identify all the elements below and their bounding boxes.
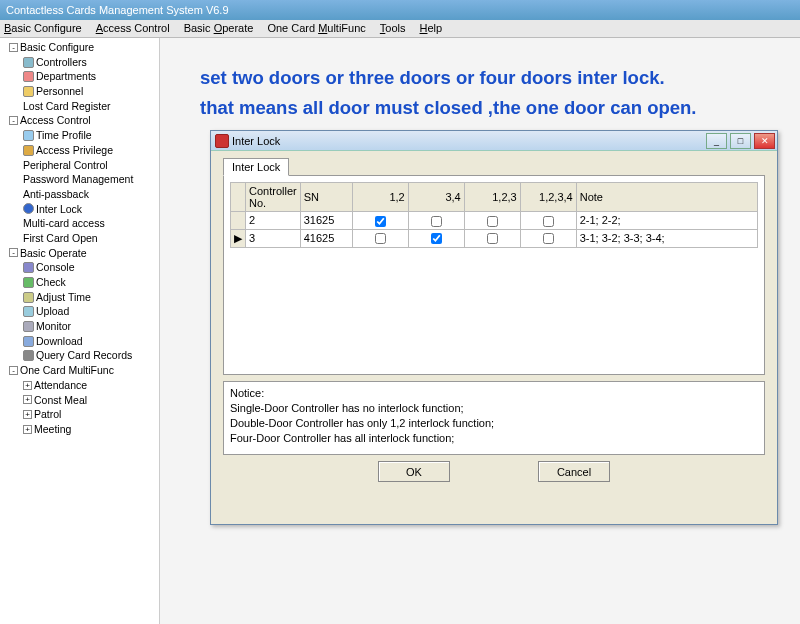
expand-icon[interactable]: + [23, 381, 32, 390]
expand-icon[interactable]: + [23, 425, 32, 434]
dialog-title-bar[interactable]: Inter Lock _ □ ✕ [211, 131, 777, 151]
col-sn[interactable]: SN [300, 183, 352, 212]
col-note[interactable]: Note [576, 183, 757, 212]
col-1234[interactable]: 1,2,3,4 [520, 183, 576, 212]
tree-query[interactable]: Query Card Records [36, 348, 132, 363]
tree-periph[interactable]: Peripheral Control [23, 158, 108, 173]
table-row[interactable]: ▶3416253-1; 3-2; 3-3; 3-4; [231, 229, 758, 247]
menu-multifunc[interactable]: One Card MultiFunc [267, 22, 365, 35]
check-icon [23, 277, 34, 288]
notice-box: Notice: Single-Door Controller has no in… [223, 381, 765, 455]
tree-time-profile[interactable]: Time Profile [36, 128, 92, 143]
tab-inter-lock[interactable]: Inter Lock [223, 158, 289, 176]
tree-upload[interactable]: Upload [36, 304, 69, 319]
tree-inter-lock[interactable]: Inter Lock [36, 202, 82, 217]
menu-basic-operate[interactable]: Basic Operate [184, 22, 254, 35]
row-indicator-header [231, 183, 246, 212]
app-title: Contactless Cards Management System V6.9 [6, 4, 229, 16]
tree-multicard[interactable]: Multi-card access [23, 216, 105, 231]
collapse-icon[interactable]: - [9, 248, 18, 257]
tree-personnel[interactable]: Personnel [36, 84, 83, 99]
cell-ctrl[interactable]: 3 [246, 229, 301, 247]
collapse-icon[interactable]: - [9, 43, 18, 52]
controllers-icon [23, 57, 34, 68]
expand-icon[interactable]: + [23, 395, 32, 404]
tree-multifunc[interactable]: One Card MultiFunc [20, 363, 114, 378]
console-icon [23, 262, 34, 273]
tree-departments[interactable]: Departments [36, 69, 96, 84]
departments-icon [23, 71, 34, 82]
tree-meeting[interactable]: Meeting [34, 422, 71, 437]
close-button[interactable]: ✕ [754, 133, 775, 149]
col-controller[interactable]: Controller No. [246, 183, 301, 212]
tree-const-meal[interactable]: Const Meal [34, 393, 87, 408]
col-123[interactable]: 1,2,3 [464, 183, 520, 212]
tree-antipass[interactable]: Anti-passback [23, 187, 89, 202]
checkbox-1234[interactable] [543, 233, 554, 244]
notice-line3: Four-Door Controller has all interlock f… [230, 431, 758, 446]
search-icon [23, 350, 34, 361]
tree-basic-configure[interactable]: Basic Configure [20, 40, 94, 55]
dialog-icon [215, 134, 229, 148]
cell-sn[interactable]: 41625 [300, 229, 352, 247]
tree-monitor[interactable]: Monitor [36, 319, 71, 334]
menu-tools[interactable]: Tools [380, 22, 406, 35]
cell-ctrl[interactable]: 2 [246, 212, 301, 230]
personnel-icon [23, 86, 34, 97]
minimize-button[interactable]: _ [706, 133, 727, 149]
tree-password[interactable]: Password Management [23, 172, 133, 187]
cell-note[interactable]: 2-1; 2-2; [576, 212, 757, 230]
checkbox-123[interactable] [487, 216, 498, 227]
notice-title: Notice: [230, 386, 758, 401]
checkbox-123[interactable] [487, 233, 498, 244]
table-row[interactable]: 2316252-1; 2-2; [231, 212, 758, 230]
tree-download[interactable]: Download [36, 334, 83, 349]
collapse-icon[interactable]: - [9, 366, 18, 375]
tree-lost-card[interactable]: Lost Card Register [23, 99, 111, 114]
expand-icon[interactable]: + [23, 410, 32, 419]
tree-console[interactable]: Console [36, 260, 75, 275]
time-icon [23, 130, 34, 141]
collapse-icon[interactable]: - [9, 116, 18, 125]
tree-basic-operate[interactable]: Basic Operate [20, 246, 87, 261]
col-34[interactable]: 3,4 [408, 183, 464, 212]
checkbox-34[interactable] [431, 216, 442, 227]
notice-line2: Double-Door Controller has only 1,2 inte… [230, 416, 758, 431]
tree-first-card[interactable]: First Card Open [23, 231, 98, 246]
nav-tree: -Basic Configure Controllers Departments… [0, 38, 160, 624]
checkbox-12[interactable] [375, 216, 386, 227]
cell-sn[interactable]: 31625 [300, 212, 352, 230]
tree-check[interactable]: Check [36, 275, 66, 290]
notice-line1: Single-Door Controller has no interlock … [230, 401, 758, 416]
lock-icon [23, 145, 34, 156]
inter-lock-dialog: Inter Lock _ □ ✕ Inter Lock Controller N… [210, 130, 778, 525]
checkbox-12[interactable] [375, 233, 386, 244]
tree-adjust[interactable]: Adjust Time [36, 290, 91, 305]
menu-bar: Basic Configure Access Control Basic Ope… [0, 20, 800, 38]
annotation-line2: that means all door must closed ,the one… [200, 93, 697, 123]
info-icon [23, 203, 34, 214]
col-12[interactable]: 1,2 [352, 183, 408, 212]
clock-icon [23, 292, 34, 303]
menu-access-control[interactable]: Access Control [96, 22, 170, 35]
cell-note[interactable]: 3-1; 3-2; 3-3; 3-4; [576, 229, 757, 247]
upload-icon [23, 306, 34, 317]
monitor-icon [23, 321, 34, 332]
checkbox-34[interactable] [431, 233, 442, 244]
row-indicator: ▶ [231, 229, 246, 247]
menu-basic-configure[interactable]: Basic Configure [4, 22, 82, 35]
menu-help[interactable]: Help [420, 22, 443, 35]
ok-button[interactable]: OK [378, 461, 450, 482]
annotation-line1: set two doors or three doors or four doo… [200, 63, 697, 93]
maximize-button[interactable]: □ [730, 133, 751, 149]
tree-patrol[interactable]: Patrol [34, 407, 61, 422]
tree-access-control[interactable]: Access Control [20, 113, 91, 128]
row-indicator [231, 212, 246, 230]
tree-controllers[interactable]: Controllers [36, 55, 87, 70]
tree-access-priv[interactable]: Access Privilege [36, 143, 113, 158]
tree-attendance[interactable]: Attendance [34, 378, 87, 393]
cancel-button[interactable]: Cancel [538, 461, 610, 482]
dialog-title: Inter Lock [232, 135, 280, 147]
download-icon [23, 336, 34, 347]
checkbox-1234[interactable] [543, 216, 554, 227]
